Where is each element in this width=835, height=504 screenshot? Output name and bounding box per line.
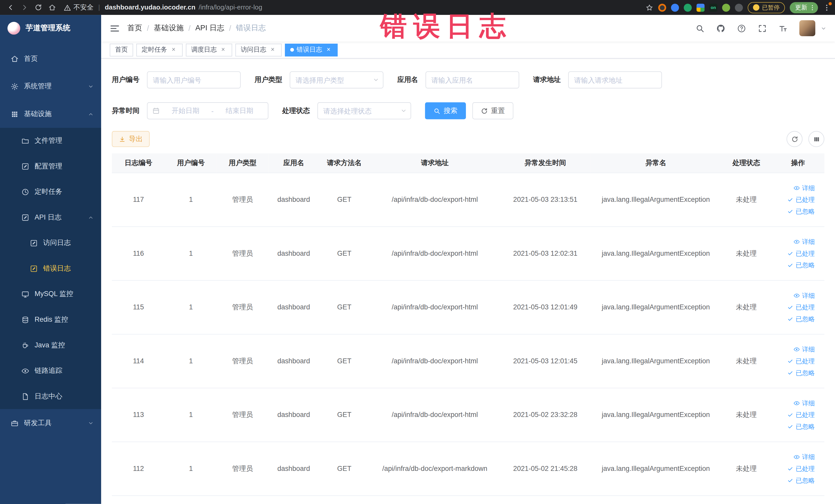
cell-log-id: 114 <box>112 334 165 388</box>
sidebar-item-java[interactable]: Java 监控 <box>0 332 101 358</box>
sidebar-item-job[interactable]: 定时任务 <box>0 179 101 205</box>
ignored-link[interactable]: 已忽略 <box>774 367 815 379</box>
browser-menu-button[interactable] <box>823 3 831 12</box>
refresh-button[interactable] <box>787 131 802 147</box>
browser-reload-button[interactable] <box>32 1 45 14</box>
warning-icon <box>64 4 71 11</box>
close-icon[interactable]: × <box>269 46 277 54</box>
cell-exception: java.lang.IllegalArgumentException <box>591 173 721 226</box>
address-bar[interactable]: 不安全 | dashboard.yudao.iocoder.cn/infra/l… <box>64 3 640 12</box>
sidebar-item-redis[interactable]: Redis 监控 <box>0 307 101 332</box>
processed-link[interactable]: 已处理 <box>774 409 815 421</box>
search-button[interactable]: 搜索 <box>425 102 466 119</box>
user-type-select[interactable] <box>290 72 384 88</box>
export-button[interactable]: 导出 <box>112 131 150 147</box>
sidebar-item-access-log[interactable]: 访问日志 <box>0 230 101 256</box>
check-icon <box>787 316 793 322</box>
sidebar-item-file[interactable]: 文件管理 <box>0 128 101 154</box>
security-chip[interactable]: 不安全 <box>64 3 94 12</box>
ignored-link[interactable]: 已忽略 <box>774 474 815 486</box>
ignored-link[interactable]: 已忽略 <box>774 313 815 325</box>
sidebar-item-mysql[interactable]: MySQL 监控 <box>0 281 101 307</box>
avatar[interactable] <box>799 20 815 36</box>
breadcrumb-separator: / <box>229 24 231 32</box>
extension-icon[interactable] <box>658 3 666 11</box>
tab-access-log[interactable]: 访问日志 × <box>236 43 282 56</box>
paused-extension-badge[interactable]: 已暂停 <box>748 2 785 13</box>
sidebar-item-home[interactable]: 首页 <box>0 45 101 73</box>
browser-home-button[interactable] <box>46 1 59 14</box>
cell-status: 未处理 <box>721 442 772 496</box>
sidebar-item-trace[interactable]: 链路追踪 <box>0 358 101 384</box>
sidebar-item-infra[interactable]: 基础设施 <box>0 100 101 128</box>
app-logo[interactable]: 芋道管理系统 <box>0 15 101 42</box>
date-range-picker[interactable]: 开始日期 - 结束日期 <box>147 102 268 119</box>
cell-status: 未处理 <box>721 226 772 280</box>
eye-icon <box>793 185 800 191</box>
cell-log-id: 113 <box>112 388 165 442</box>
processed-link[interactable]: 已处理 <box>774 463 815 475</box>
processed-link[interactable]: 已处理 <box>774 194 815 205</box>
close-icon[interactable]: × <box>220 46 227 54</box>
ignored-link[interactable]: 已忽略 <box>774 205 815 217</box>
chevron-down-icon[interactable] <box>821 25 827 31</box>
cell-user-type: 管理员 <box>217 388 268 442</box>
tab-home[interactable]: 首页 <box>109 43 133 56</box>
close-icon[interactable]: × <box>325 46 332 54</box>
extension-icon[interactable] <box>671 3 679 11</box>
hamburger-icon[interactable] <box>109 23 120 33</box>
extension-icon[interactable] <box>735 3 743 11</box>
breadcrumb-item[interactable]: API 日志 <box>195 23 224 33</box>
extension-icon[interactable] <box>684 3 692 11</box>
search-icon[interactable] <box>695 24 704 33</box>
detail-link[interactable]: 详细 <box>774 397 815 409</box>
column-header-user-type: 用户类型 <box>217 153 268 173</box>
process-status-select[interactable] <box>317 102 411 119</box>
detail-link[interactable]: 详细 <box>774 289 815 301</box>
tab-schedule-log[interactable]: 调度日志 × <box>186 43 232 56</box>
sidebar-item-dev-tools[interactable]: 研发工具 <box>0 409 101 437</box>
detail-link[interactable]: 详细 <box>774 451 815 463</box>
help-icon[interactable] <box>737 24 746 33</box>
sidebar-item-log-center[interactable]: 日志中心 <box>0 384 101 409</box>
main-column: 首页 / 基础设施 / API 日志 / 错误日志 <box>101 15 835 504</box>
extension-icon[interactable] <box>697 3 705 11</box>
cell-time: 2021-05-03 12:02:31 <box>500 226 591 280</box>
eye-icon <box>793 454 800 460</box>
extension-on-icon[interactable]: on <box>709 3 717 11</box>
reset-button[interactable]: 重置 <box>472 102 513 119</box>
tab-job[interactable]: 定时任务 × <box>136 43 183 56</box>
detail-link[interactable]: 详细 <box>774 236 815 247</box>
cell-method: GET <box>319 334 370 388</box>
column-header-status: 处理状态 <box>721 153 772 173</box>
fullscreen-icon[interactable] <box>758 24 767 33</box>
close-icon[interactable]: × <box>170 46 177 54</box>
tab-error-log[interactable]: 错误日志 × <box>285 43 338 56</box>
bookmark-star-icon[interactable] <box>645 3 653 11</box>
processed-link[interactable]: 已处理 <box>774 301 815 313</box>
cell-user-id: 1 <box>165 173 217 226</box>
ignored-link[interactable]: 已忽略 <box>774 259 815 271</box>
github-icon[interactable] <box>716 24 725 33</box>
browser-forward-button[interactable] <box>18 1 31 14</box>
ignored-link[interactable]: 已忽略 <box>774 421 815 432</box>
sidebar-item-system[interactable]: 系统管理 <box>0 73 101 100</box>
breadcrumb-item[interactable]: 首页 <box>127 23 142 33</box>
breadcrumb-item[interactable]: 基础设施 <box>154 23 184 33</box>
font-size-icon[interactable] <box>778 24 788 33</box>
extension-icon[interactable] <box>722 3 730 11</box>
column-settings-button[interactable] <box>808 131 824 147</box>
detail-link[interactable]: 详细 <box>774 182 815 194</box>
app-name-input[interactable] <box>426 72 519 88</box>
user-id-input[interactable] <box>147 72 241 88</box>
sidebar-item-api-log[interactable]: API 日志 <box>0 205 101 230</box>
detail-link[interactable]: 详细 <box>774 343 815 355</box>
processed-link[interactable]: 已处理 <box>774 247 815 259</box>
browser-update-button[interactable]: 更新 <box>790 2 818 13</box>
processed-link[interactable]: 已处理 <box>774 355 815 367</box>
table-row: 117 1 管理员 dashboard GET /api/infra/db-do… <box>112 173 824 226</box>
sidebar-item-error-log[interactable]: 错误日志 <box>0 256 101 281</box>
request-url-input[interactable] <box>568 72 662 88</box>
browser-back-button[interactable] <box>4 1 17 14</box>
sidebar-item-config[interactable]: 配置管理 <box>0 153 101 179</box>
